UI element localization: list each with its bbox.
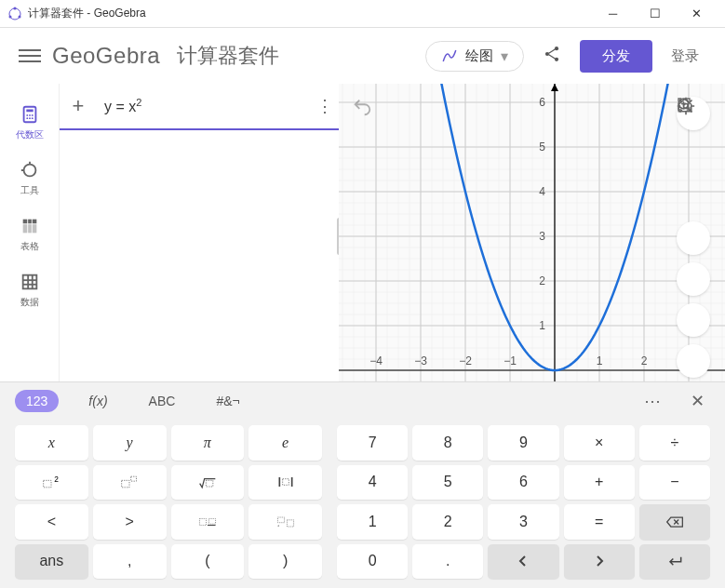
key-x[interactable]: x bbox=[15, 425, 88, 461]
svg-point-14 bbox=[31, 117, 33, 119]
nav-data[interactable]: 数据 bbox=[0, 262, 59, 318]
keyboard-right-panel: 789×÷456+−123=0. bbox=[337, 425, 710, 579]
svg-text:4: 4 bbox=[539, 185, 545, 198]
add-equation-button[interactable]: + bbox=[60, 94, 97, 118]
svg-point-15 bbox=[23, 165, 35, 177]
key-)[interactable]: ) bbox=[248, 544, 322, 580]
zoom-in-button[interactable] bbox=[677, 262, 710, 296]
svg-point-9 bbox=[26, 114, 28, 116]
key-9[interactable]: 9 bbox=[488, 425, 558, 461]
kb-tab-fx[interactable]: f(x) bbox=[77, 390, 118, 412]
key-7[interactable]: 7 bbox=[337, 425, 408, 461]
fullscreen-icon bbox=[677, 97, 691, 112]
kb-tab-symbols[interactable]: #&¬ bbox=[205, 390, 250, 412]
key-ans[interactable]: ans bbox=[15, 544, 88, 580]
key-y[interactable]: y bbox=[93, 425, 167, 461]
algebra-panel: + y = x2 ⋮ bbox=[60, 84, 339, 381]
key-›[interactable] bbox=[564, 544, 635, 580]
share-icon bbox=[543, 45, 561, 63]
key-|▫|[interactable] bbox=[248, 465, 322, 501]
mode-dropdown[interactable]: 绘图 ▾ bbox=[425, 41, 524, 72]
key-⌫[interactable] bbox=[639, 504, 710, 540]
key-√▫[interactable] bbox=[171, 465, 245, 501]
svg-rect-22 bbox=[22, 275, 36, 289]
close-button[interactable]: ✕ bbox=[676, 0, 718, 28]
kb-tab-abc[interactable]: ABC bbox=[138, 390, 187, 412]
keyboard-tabs: 123 f(x) ABC #&¬ ⋯ ✕ bbox=[0, 382, 725, 420]
svg-rect-19 bbox=[22, 224, 27, 233]
svg-rect-134 bbox=[287, 520, 293, 527]
keyboard-close-button[interactable]: ✕ bbox=[685, 385, 710, 417]
kb-tab-123[interactable]: 123 bbox=[15, 390, 59, 412]
svg-point-4 bbox=[545, 52, 549, 56]
share-button[interactable] bbox=[535, 37, 569, 74]
key-π[interactable]: π bbox=[171, 425, 245, 461]
key-,[interactable]: , bbox=[93, 544, 167, 580]
equation-more-button[interactable]: ⋮ bbox=[311, 96, 339, 116]
logo: GeoGebra bbox=[52, 43, 160, 69]
fullscreen-button[interactable] bbox=[677, 344, 710, 378]
key-e[interactable]: e bbox=[248, 425, 322, 461]
key-‹[interactable] bbox=[488, 544, 558, 580]
graph-view[interactable]: −4−3−2−1123123456 bbox=[339, 84, 725, 381]
nav-label: 表格 bbox=[20, 240, 39, 253]
svg-rect-132 bbox=[208, 518, 215, 524]
key->[interactable]: > bbox=[93, 504, 167, 540]
svg-point-2 bbox=[9, 15, 12, 18]
minimize-button[interactable]: ─ bbox=[592, 0, 634, 28]
equation-row[interactable]: + y = x2 ⋮ bbox=[60, 84, 339, 130]
svg-rect-122 bbox=[44, 481, 51, 488]
app-icon bbox=[7, 7, 22, 21]
key-4[interactable]: 4 bbox=[337, 465, 408, 501]
chevron-down-icon: ▾ bbox=[501, 47, 508, 65]
key-=[interactable]: = bbox=[564, 504, 635, 540]
keyboard-more-button[interactable]: ⋯ bbox=[638, 385, 666, 417]
key-×[interactable]: × bbox=[564, 425, 635, 461]
keyboard-left-panel: xyπe2<>▫ans,() bbox=[15, 425, 322, 579]
key-3[interactable]: 3 bbox=[488, 504, 558, 540]
svg-point-6 bbox=[555, 58, 558, 61]
nav-label: 工具 bbox=[20, 184, 39, 197]
key-8[interactable]: 8 bbox=[412, 425, 483, 461]
key-÷[interactable]: ÷ bbox=[639, 425, 710, 461]
graph-canvas[interactable]: −4−3−2−1123123456 bbox=[339, 84, 725, 381]
key-↵[interactable] bbox=[639, 544, 710, 580]
login-button[interactable]: 登录 bbox=[664, 40, 706, 73]
key-+[interactable]: + bbox=[564, 465, 635, 501]
key-.[interactable]: . bbox=[412, 544, 483, 580]
svg-rect-17 bbox=[28, 220, 32, 224]
nav-tools[interactable]: 工具 bbox=[0, 151, 59, 207]
equation-display[interactable]: y = x2 bbox=[97, 97, 311, 115]
key-([interactable]: ( bbox=[171, 544, 245, 580]
mode-label: 绘图 bbox=[465, 47, 493, 65]
key-<[interactable]: < bbox=[15, 504, 88, 540]
home-button[interactable] bbox=[677, 221, 710, 255]
publish-button[interactable]: 分发 bbox=[580, 40, 652, 73]
svg-rect-21 bbox=[32, 224, 36, 233]
key-1[interactable]: 1 bbox=[337, 504, 408, 540]
nav-label: 数据 bbox=[20, 296, 39, 309]
svg-text:2: 2 bbox=[539, 274, 545, 287]
graph-controls bbox=[677, 97, 710, 378]
key-≥[interactable]: ▫ bbox=[248, 504, 322, 540]
key-0[interactable]: 0 bbox=[337, 544, 408, 580]
svg-text:−3: −3 bbox=[414, 354, 427, 368]
key-▫²[interactable]: 2 bbox=[15, 465, 88, 501]
nav-algebra[interactable]: 代数区 bbox=[0, 95, 59, 151]
svg-text:−2: −2 bbox=[459, 354, 472, 368]
menu-button[interactable] bbox=[19, 46, 41, 66]
main-content: 代数区 工具 表格 数据 + y = x2 ⋮ −4−3−2−112312345… bbox=[0, 84, 725, 381]
key-▫▫[interactable] bbox=[93, 465, 167, 501]
suite-title: 计算器套件 bbox=[177, 42, 279, 70]
maximize-button[interactable]: ☐ bbox=[634, 0, 676, 28]
key-5[interactable]: 5 bbox=[412, 465, 483, 501]
key-−[interactable]: − bbox=[639, 465, 710, 501]
key-≤[interactable] bbox=[171, 504, 245, 540]
nav-table[interactable]: 表格 bbox=[0, 207, 59, 262]
key-6[interactable]: 6 bbox=[488, 465, 558, 501]
undo-icon bbox=[352, 97, 372, 117]
svg-text:2: 2 bbox=[55, 474, 60, 484]
key-2[interactable]: 2 bbox=[412, 504, 483, 540]
svg-point-11 bbox=[31, 114, 33, 116]
zoom-out-button[interactable] bbox=[677, 303, 710, 337]
